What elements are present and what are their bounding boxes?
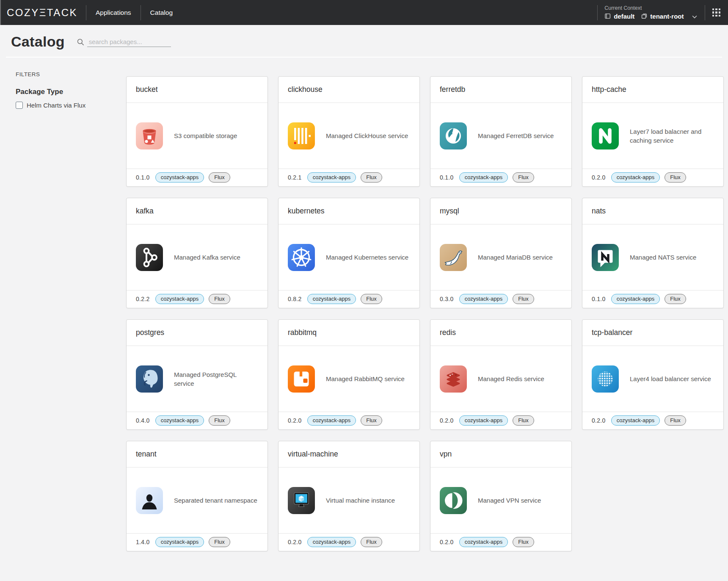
bucket-icon [136,122,163,149]
nav-item-applications[interactable]: Applications [86,9,141,17]
nginx-icon [592,122,619,149]
card-virtual-machine[interactable]: virtual-machineVirtual machine instance0… [278,441,420,551]
card-postgres[interactable]: postgresManaged PostgreSQL service0.4.0c… [126,319,268,430]
card-footer: 0.1.0cozystack-appsFlux [430,169,571,186]
card-title: nats [582,198,723,224]
search-box [77,37,171,50]
badge-flux[interactable]: Flux [513,172,534,183]
badge-cozystack-apps[interactable]: cozystack-apps [611,415,660,426]
card-body: Managed FerretDB service [430,103,571,169]
badge-cozystack-apps[interactable]: cozystack-apps [307,415,356,426]
card-nats[interactable]: natsManaged NATS service0.1.0cozystack-a… [582,198,724,308]
card-footer: 0.1.0cozystack-appsFlux [127,169,267,186]
context-cluster-item: default [604,13,634,20]
badge-cozystack-apps[interactable]: cozystack-apps [307,172,356,183]
card-redis[interactable]: redisManaged Redis service0.2.0cozystack… [430,319,572,430]
app-launcher-button[interactable] [705,8,728,17]
content-area: FILTERS Package Type Helm Charts via Flu… [0,58,728,551]
version-label: 0.1.0 [136,174,150,181]
postgres-elephant-icon [136,365,163,393]
search-input[interactable] [87,37,171,47]
chevron-down-icon[interactable] [691,14,698,20]
checkbox-label: Helm Charts via Flux [27,102,85,109]
filters-panel: FILTERS Package Type Helm Charts via Flu… [0,58,126,109]
nav-item-catalog[interactable]: Catalog [141,9,182,17]
card-tenant[interactable]: tenantSeparated tenant namespace1.4.0coz… [126,441,268,551]
card-description: Managed Redis service [478,374,544,383]
badge-flux[interactable]: Flux [361,294,382,304]
badge-cozystack-apps[interactable]: cozystack-apps [307,294,356,304]
badge-cozystack-apps[interactable]: cozystack-apps [155,537,204,547]
card-body: Separated tenant namespace [127,468,267,533]
card-body: Managed VPN service [430,468,571,533]
card-mysql[interactable]: mysqlManaged MariaDB service0.3.0cozysta… [430,198,572,308]
card-body: Layer7 load balacner and caching service [582,103,723,169]
card-description: Managed NATS service [630,253,696,262]
badge-cozystack-apps[interactable]: cozystack-apps [155,415,204,426]
badge-flux[interactable]: Flux [361,172,382,183]
card-tcp-balancer[interactable]: tcp-balancerLayer4 load balancer service… [582,319,724,430]
cozystack-logo[interactable]: COZYΞTACK [0,7,86,19]
badge-flux[interactable]: Flux [665,172,686,183]
context-switcher[interactable]: Current Context default tenant-root [598,5,704,20]
badge-flux[interactable]: Flux [665,294,686,304]
version-label: 0.4.0 [136,417,150,424]
card-footer: 1.4.0cozystack-appsFlux [127,533,267,551]
badge-flux[interactable]: Flux [209,294,230,304]
card-footer: 0.3.0cozystack-appsFlux [430,290,571,308]
card-description: Managed ClickHouse service [326,131,408,140]
card-title: http-cache [582,77,723,103]
version-label: 0.2.0 [288,417,302,424]
badge-flux[interactable]: Flux [361,415,382,426]
badge-flux[interactable]: Flux [665,415,686,426]
card-description: Managed VPN service [478,496,541,505]
version-label: 0.1.0 [592,296,606,302]
version-label: 0.2.0 [288,539,302,545]
card-body: Managed RabbitMQ service [279,346,419,412]
badge-cozystack-apps[interactable]: cozystack-apps [459,415,508,426]
card-title: vpn [430,441,571,468]
helm-flux-checkbox[interactable] [16,102,23,109]
context-cluster: default [614,13,634,20]
badge-flux[interactable]: Flux [513,537,534,547]
card-kafka[interactable]: kafkaManaged Kafka service0.2.2cozystack… [126,198,268,308]
user-icon [136,487,163,514]
card-clickhouse[interactable]: clickhouseManaged ClickHouse service0.2.… [278,76,420,187]
badge-cozystack-apps[interactable]: cozystack-apps [459,537,508,547]
card-title: redis [430,320,571,346]
clickhouse-icon [288,122,315,149]
badge-cozystack-apps[interactable]: cozystack-apps [459,172,508,183]
badge-flux[interactable]: Flux [513,415,534,426]
badge-cozystack-apps[interactable]: cozystack-apps [307,537,356,547]
badge-cozystack-apps[interactable]: cozystack-apps [155,172,204,183]
badge-cozystack-apps[interactable]: cozystack-apps [611,294,660,304]
badge-cozystack-apps[interactable]: cozystack-apps [155,294,204,304]
cluster-icon [604,13,611,19]
badge-flux[interactable]: Flux [361,537,382,547]
card-body: Virtual machine instance [279,468,419,533]
card-rabbitmq[interactable]: rabbitmqManaged RabbitMQ service0.2.0coz… [278,319,420,430]
badge-flux[interactable]: Flux [209,537,230,547]
badge-flux[interactable]: Flux [513,294,534,304]
card-http-cache[interactable]: http-cacheLayer7 load balacner and cachi… [582,76,724,187]
card-body: Managed Kubernetes service [279,224,419,290]
filter-option-helm-charts-via-flux[interactable]: Helm Charts via Flux [16,102,118,109]
card-footer: 0.1.0cozystack-appsFlux [582,290,723,308]
card-footer: 0.2.0cozystack-appsFlux [582,412,723,429]
card-ferretdb[interactable]: ferretdbManaged FerretDB service0.1.0coz… [430,76,572,187]
card-vpn[interactable]: vpnManaged VPN service0.2.0cozystack-app… [430,441,572,551]
redis-icon [440,365,467,393]
badge-flux[interactable]: Flux [209,172,230,183]
badge-cozystack-apps[interactable]: cozystack-apps [459,294,508,304]
card-body: S3 compatible storage [127,103,267,169]
badge-cozystack-apps[interactable]: cozystack-apps [611,172,660,183]
card-title: clickhouse [279,77,419,103]
card-kubernetes[interactable]: kubernetesManaged Kubernetes service0.8.… [278,198,420,308]
version-label: 0.2.0 [440,539,454,545]
version-label: 0.2.0 [592,417,606,424]
badge-flux[interactable]: Flux [209,415,230,426]
card-bucket[interactable]: bucketS3 compatible storage0.1.0cozystac… [126,76,268,187]
version-label: 0.3.0 [440,296,454,302]
card-title: postgres [127,320,267,346]
card-footer: 0.2.0cozystack-appsFlux [430,533,571,551]
